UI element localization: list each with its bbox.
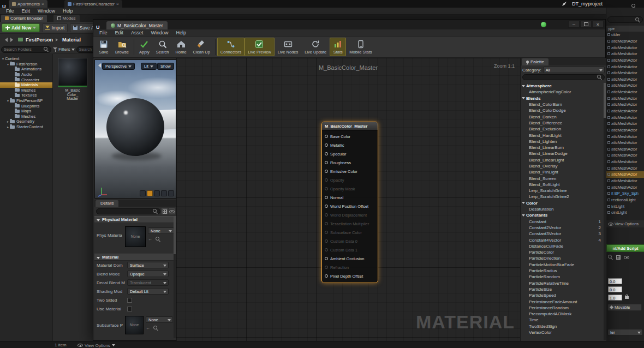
mobility-movable-button[interactable]: Movable (607, 304, 642, 311)
material-pin[interactable]: Custom Data 0 (322, 237, 378, 245)
palette-item[interactable]: Blend_ColorBurn (521, 101, 603, 107)
tab-firstpersoncharacter[interactable]: FirstPersonCharacter (64, 0, 122, 8)
decal-blend-mode-select[interactable]: Translucent (127, 279, 169, 286)
outliner-row[interactable]: aticMeshActor (606, 101, 644, 108)
tab-palette[interactable]: Palette (522, 58, 548, 65)
transform-y-field[interactable]: 0.0 (608, 286, 622, 292)
folder-tree-item[interactable]: Character (0, 77, 52, 82)
scale-icon[interactable] (154, 190, 160, 196)
browse-to-asset-icon[interactable] (153, 326, 158, 331)
outliner-search-input[interactable] (610, 17, 634, 22)
material-pin[interactable]: Refraction (322, 263, 378, 272)
expander-arrow-icon[interactable]: ▾ (6, 99, 10, 103)
outliner-row[interactable]: aticMeshActor (606, 51, 644, 57)
grid-icon[interactable] (616, 255, 621, 260)
outliner-row[interactable]: aticMeshActor (606, 133, 644, 140)
pin-circle-icon[interactable] (325, 205, 328, 208)
palette-item[interactable]: Atmosphere (521, 83, 603, 89)
palette-item[interactable]: Blend_Screen (521, 175, 603, 181)
palette-item[interactable]: Blend_LinearDodge (521, 151, 603, 157)
scrollbar-thumb[interactable] (174, 216, 176, 254)
palette-item[interactable]: Blend_ColorDodge (521, 107, 603, 113)
palette-item[interactable]: Blend_LinearBurn (521, 145, 603, 151)
palette-item[interactable]: Lerp_ScratchGrime (521, 188, 603, 194)
collapse-arrow-icon[interactable] (96, 63, 101, 68)
phys-material-select[interactable]: None (148, 227, 174, 234)
folder-tree-item[interactable]: ▾ Content (0, 56, 52, 62)
pin-circle-icon[interactable] (325, 143, 328, 147)
filters-button[interactable]: Filters (53, 47, 75, 52)
palette-item[interactable]: Constant2Vector 2 (521, 225, 603, 231)
material-pin[interactable]: Specular (322, 149, 378, 158)
grid-icon[interactable] (162, 208, 168, 214)
menu-item[interactable]: File (96, 30, 111, 35)
use-material-attributes-checkbox[interactable] (127, 307, 132, 311)
asset-m-basiccolor-master[interactable]: M_Basic Color_ Master (56, 58, 90, 101)
mobile-stats-toggle-button[interactable]: Mobile Stats (346, 38, 375, 56)
outliner-row[interactable]: aticMeshActor (606, 178, 644, 184)
add-script-button[interactable]: nt/Add Script (606, 244, 644, 252)
expander-arrow-icon[interactable]: ▾ (1, 57, 5, 61)
pin-circle-icon[interactable] (325, 239, 328, 243)
palette-item[interactable]: Blend_HardLight (521, 132, 603, 138)
pin-circle-icon[interactable] (325, 222, 328, 225)
pin-circle-icon[interactable] (325, 187, 328, 190)
folder-tree-item[interactable]: Meshes (0, 114, 52, 119)
palette-item[interactable]: Color (521, 200, 603, 206)
section-physical-material[interactable]: Physical Material (94, 216, 176, 223)
palette-item[interactable]: Blend_Exclusion (521, 126, 603, 132)
palette-item[interactable]: ParticleRelativeTime (521, 280, 603, 286)
outliner-row[interactable]: aticMeshActor (606, 82, 644, 89)
palette-item[interactable]: DistanceCullFade (521, 243, 603, 249)
palette-item[interactable]: ParticleRandom (521, 274, 603, 280)
material-pin[interactable]: Ambient Occlusion (322, 254, 378, 263)
phys-material-thumbnail[interactable]: None (125, 226, 146, 247)
material-editor-window[interactable]: M_BasicColor_Master FileEditAssetWindowH… (93, 19, 606, 341)
palette-item[interactable]: ParticleColor (521, 249, 603, 255)
palette-item[interactable]: ParticleMotionBlurFade (521, 262, 603, 268)
details-search-input[interactable] (99, 209, 152, 214)
transform-x-field[interactable]: 0.0 (608, 278, 622, 284)
folder-tree-item[interactable]: Textures (0, 93, 52, 98)
palette-item[interactable]: PerInstanceFadeAmount (521, 298, 603, 304)
folder-tree-item[interactable]: Meshes (0, 88, 52, 93)
palette-item[interactable]: Constant4Vector 4 (521, 237, 603, 243)
clean-up-button[interactable]: Clean Up (190, 38, 213, 56)
palette-item[interactable]: Constant3Vector 3 (521, 231, 603, 237)
menu-item[interactable]: Window (34, 8, 59, 14)
pin-circle-icon[interactable] (325, 135, 328, 138)
transform-scale-field[interactable]: 1.0 (608, 295, 622, 301)
pin-circle-icon[interactable] (325, 196, 328, 199)
category-select[interactable]: All (543, 67, 605, 73)
palette-item[interactable]: PrecomputedAOMask (521, 311, 603, 317)
palette-item[interactable]: Lerp_ScratchGrime2 (521, 194, 603, 200)
menu-item[interactable]: Edit (111, 30, 128, 35)
outliner-row[interactable]: ointLight (606, 209, 644, 216)
folder-tree-item[interactable]: Animations (0, 67, 52, 72)
material-pin[interactable]: Subsurface Color (322, 228, 378, 237)
grid-snap-icon[interactable] (161, 190, 167, 196)
subsurface-thumbnail[interactable]: None (125, 316, 144, 334)
close-icon[interactable] (116, 2, 119, 7)
palette-item[interactable]: Blend_Difference (521, 120, 603, 126)
show-dropdown[interactable]: Show (157, 63, 174, 70)
palette-item[interactable]: Blends (521, 95, 603, 101)
material-domain-select[interactable]: Surface (127, 262, 169, 268)
outliner-row[interactable]: it BP_Sky_Sph (606, 190, 644, 197)
material-pin[interactable]: World Position Offset (322, 202, 378, 211)
browse-button[interactable]: Browse (112, 38, 132, 56)
tab-m-basiccolor-master[interactable]: M_BasicColor_Master (106, 21, 168, 29)
pin-circle-icon[interactable] (325, 257, 328, 260)
add-new-button[interactable]: Add New (2, 23, 40, 32)
outliner-row[interactable]: aticMeshActor (606, 171, 644, 178)
subsurface-select[interactable]: None (146, 316, 173, 323)
expander-arrow-icon[interactable]: ▸ (6, 119, 10, 123)
save-button[interactable]: Save (96, 38, 112, 56)
pin-circle-icon[interactable] (325, 266, 328, 269)
tab-details[interactable]: Details (96, 200, 118, 207)
search-button[interactable]: Search (153, 38, 172, 56)
palette-item[interactable]: Blend_LinearLight (521, 157, 603, 163)
material-pin[interactable]: Normal (322, 193, 378, 202)
palette-item[interactable]: ParticleDirection (521, 255, 603, 261)
expander-arrow-icon[interactable]: ▾ (6, 62, 10, 66)
